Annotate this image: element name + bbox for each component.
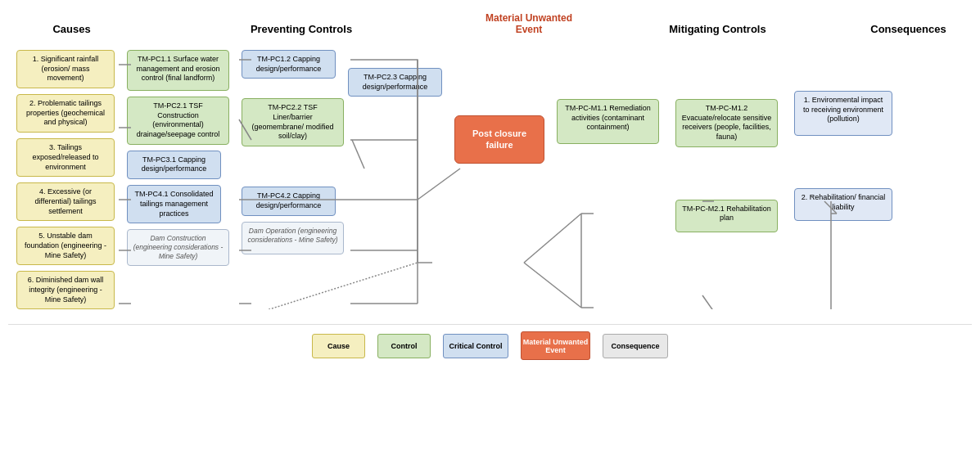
legend-event-box: Material Unwanted Event xyxy=(521,331,590,360)
preventing-2-2: TM-PC2.2 TSF Liner/barrier (geomembrane/… xyxy=(242,98,344,146)
preventing-2-1: TM-PC1.2 Capping design/performance xyxy=(242,50,336,79)
legend-consequence-box: Consequence xyxy=(603,334,668,358)
preventing3-column: TM-PC2.3 Capping design/performance xyxy=(348,50,442,97)
legend-critical-box: Critical Control xyxy=(443,334,508,358)
diagram-container: Causes Preventing Controls Material Unwa… xyxy=(0,0,980,459)
legend-event: Material Unwanted Event xyxy=(521,331,590,360)
diagram-body: 1. Significant rainfall (erosion/ mass m… xyxy=(8,42,972,309)
header-mitigating: Mitigating Controls xyxy=(603,23,833,35)
cause-1: 1. Significant rainfall (erosion/ mass m… xyxy=(16,50,115,88)
preventing1-column: TM-PC1.1 Surface water management and er… xyxy=(127,50,233,266)
preventing-1-4: TM-PC4.1 Consolidated tailings managemen… xyxy=(127,185,221,223)
causes-column: 1. Significant rainfall (erosion/ mass m… xyxy=(16,50,119,309)
legend-cause-box: Cause xyxy=(312,334,365,358)
preventing-1-1: TM-PC1.1 Surface water management and er… xyxy=(127,50,229,91)
cause-2: 2. Problematic tailings properties (geoc… xyxy=(16,94,115,133)
cause-6: 6. Diminished dam wall integrity (engine… xyxy=(16,271,115,309)
header-consequences: Consequences xyxy=(857,23,960,35)
legend-cause: Cause xyxy=(312,334,365,358)
preventing2-column: TM-PC1.2 Capping design/performance TM-P… xyxy=(242,50,340,254)
legend-critical: Critical Control xyxy=(443,334,508,358)
boxes-layer: 1. Significant rainfall (erosion/ mass m… xyxy=(8,42,972,309)
mitigating-1-1: TM-PC-M1.1 Remediation activities (conta… xyxy=(557,99,659,144)
legend-control: Control xyxy=(377,334,431,358)
cause-4: 4. Excessive (or differential) tailings … xyxy=(16,182,115,221)
mitigating-2-1: TM-PC-M1.2 Evacuate/relocate sensitive r… xyxy=(675,99,778,147)
consequence-2: 2. Rehabilitation/ financial liability xyxy=(794,188,892,221)
mitigating-2-2: TM-PC-M2.1 Rehabilitation plan xyxy=(675,200,778,232)
preventing-2-5: Dam Operation (engineering consideration… xyxy=(242,222,344,254)
legend-consequence: Consequence xyxy=(603,334,668,358)
consequences-column: 1. Environmental impact to receiving env… xyxy=(794,50,896,221)
event-column: Post closure failure xyxy=(450,50,549,164)
preventing-1-3: TM-PC3.1 Capping design/performance xyxy=(127,151,221,179)
consequence-1: 1. Environmental impact to receiving env… xyxy=(794,91,892,136)
cause-3: 3. Tailings exposed/released to environm… xyxy=(16,138,115,177)
preventing-3-2: TM-PC2.3 Capping design/performance xyxy=(348,68,442,97)
header-event: Material Unwanted Event xyxy=(480,12,578,35)
main-event-box: Post closure failure xyxy=(454,115,544,164)
legend-control-box: Control xyxy=(377,334,431,358)
cause-5: 5. Unstable dam foundation (engineering … xyxy=(16,227,115,265)
header-preventing: Preventing Controls xyxy=(148,23,455,35)
mitigating1-column: TM-PC-M1.1 Remediation activities (conta… xyxy=(557,50,667,229)
preventing-1-5: Dam Construction (engineering considerat… xyxy=(127,229,229,266)
legend: Cause Control Critical Control Material … xyxy=(8,324,972,367)
preventing-1-2: TM-PC2.1 TSF Construction (environmental… xyxy=(127,97,229,145)
header-causes: Causes xyxy=(20,23,123,35)
preventing-2-4: TM-PC4.2 Capping design/performance xyxy=(242,187,336,215)
mitigating2-column: TM-PC-M1.2 Evacuate/relocate sensitive r… xyxy=(675,50,786,232)
